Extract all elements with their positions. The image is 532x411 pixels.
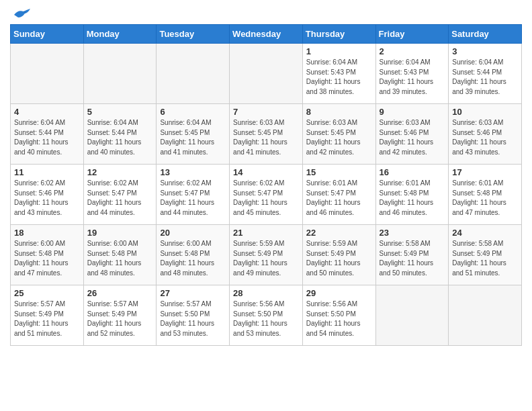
header-row: SundayMondayTuesdayWednesdayThursdayFrid…: [11, 25, 522, 44]
day-info: Sunrise: 5:57 AM Sunset: 5:50 PM Dayligh…: [160, 300, 226, 338]
day-number: 23: [380, 228, 445, 238]
day-info: Sunrise: 5:57 AM Sunset: 5:49 PM Dayligh…: [87, 300, 153, 338]
day-info: Sunrise: 5:59 AM Sunset: 5:49 PM Dayligh…: [233, 239, 299, 278]
day-number: 1: [306, 46, 372, 56]
week-row-3: 11Sunrise: 6:02 AM Sunset: 5:46 PM Dayli…: [11, 165, 522, 225]
day-cell: 1Sunrise: 6:04 AM Sunset: 5:43 PM Daylig…: [302, 44, 375, 104]
day-cell: 8Sunrise: 6:03 AM Sunset: 5:45 PM Daylig…: [302, 104, 375, 165]
day-cell: 23Sunrise: 5:58 AM Sunset: 5:49 PM Dayli…: [375, 225, 449, 285]
day-number: 6: [160, 107, 226, 117]
day-cell: [83, 44, 157, 104]
day-info: Sunrise: 5:56 AM Sunset: 5:50 PM Dayligh…: [306, 300, 372, 338]
day-info: Sunrise: 6:02 AM Sunset: 5:47 PM Dayligh…: [233, 179, 299, 218]
day-info: Sunrise: 6:02 AM Sunset: 5:47 PM Dayligh…: [160, 179, 226, 218]
day-info: Sunrise: 5:57 AM Sunset: 5:49 PM Dayligh…: [14, 300, 80, 338]
day-number: 3: [452, 46, 518, 56]
calendar-body: 1Sunrise: 6:04 AM Sunset: 5:43 PM Daylig…: [11, 44, 522, 346]
day-cell: [230, 44, 303, 104]
day-cell: 29Sunrise: 5:56 AM Sunset: 5:50 PM Dayli…: [302, 285, 375, 346]
header-cell-sunday: Sunday: [11, 25, 84, 44]
day-cell: [449, 285, 522, 346]
day-info: Sunrise: 6:01 AM Sunset: 5:48 PM Dayligh…: [452, 179, 518, 218]
header-cell-wednesday: Wednesday: [230, 25, 303, 44]
day-number: 19: [87, 228, 153, 238]
day-number: 21: [233, 228, 299, 238]
page-header: [10, 7, 522, 19]
day-number: 24: [452, 228, 518, 238]
day-info: Sunrise: 6:04 AM Sunset: 5:44 PM Dayligh…: [14, 118, 80, 157]
day-info: Sunrise: 6:04 AM Sunset: 5:44 PM Dayligh…: [87, 118, 153, 157]
day-cell: 3Sunrise: 6:04 AM Sunset: 5:44 PM Daylig…: [449, 44, 522, 104]
day-number: 16: [380, 167, 445, 177]
day-info: Sunrise: 5:58 AM Sunset: 5:49 PM Dayligh…: [380, 239, 445, 278]
calendar-table: SundayMondayTuesdayWednesdayThursdayFrid…: [10, 24, 522, 346]
day-number: 27: [160, 288, 226, 298]
day-info: Sunrise: 6:04 AM Sunset: 5:43 PM Dayligh…: [380, 58, 445, 97]
day-cell: 17Sunrise: 6:01 AM Sunset: 5:48 PM Dayli…: [449, 165, 522, 225]
day-number: 12: [87, 167, 153, 177]
day-cell: [157, 44, 230, 104]
header-cell-thursday: Thursday: [302, 25, 375, 44]
day-number: 26: [87, 288, 153, 298]
day-info: Sunrise: 6:00 AM Sunset: 5:48 PM Dayligh…: [160, 239, 226, 278]
day-cell: 5Sunrise: 6:04 AM Sunset: 5:44 PM Daylig…: [83, 104, 157, 165]
day-info: Sunrise: 6:02 AM Sunset: 5:47 PM Dayligh…: [87, 179, 153, 218]
day-info: Sunrise: 5:56 AM Sunset: 5:50 PM Dayligh…: [233, 300, 299, 338]
day-number: 2: [380, 46, 445, 56]
day-info: Sunrise: 6:03 AM Sunset: 5:45 PM Dayligh…: [233, 118, 299, 157]
day-number: 5: [87, 107, 153, 117]
day-cell: [375, 285, 449, 346]
day-cell: 27Sunrise: 5:57 AM Sunset: 5:50 PM Dayli…: [157, 285, 230, 346]
day-number: 29: [306, 288, 372, 298]
day-info: Sunrise: 6:00 AM Sunset: 5:48 PM Dayligh…: [87, 239, 153, 278]
day-number: 9: [380, 107, 445, 117]
day-cell: 22Sunrise: 5:59 AM Sunset: 5:49 PM Dayli…: [302, 225, 375, 285]
header-cell-friday: Friday: [375, 25, 449, 44]
day-cell: 25Sunrise: 5:57 AM Sunset: 5:49 PM Dayli…: [11, 285, 84, 346]
day-cell: 7Sunrise: 6:03 AM Sunset: 5:45 PM Daylig…: [230, 104, 303, 165]
day-info: Sunrise: 6:03 AM Sunset: 5:45 PM Dayligh…: [306, 118, 372, 157]
header-cell-monday: Monday: [83, 25, 157, 44]
day-number: 10: [452, 107, 518, 117]
day-cell: 11Sunrise: 6:02 AM Sunset: 5:46 PM Dayli…: [11, 165, 84, 225]
day-cell: 4Sunrise: 6:04 AM Sunset: 5:44 PM Daylig…: [11, 104, 84, 165]
day-number: 25: [14, 288, 80, 298]
day-number: 14: [233, 167, 299, 177]
day-number: 7: [233, 107, 299, 117]
header-cell-tuesday: Tuesday: [157, 25, 230, 44]
day-number: 8: [306, 107, 372, 117]
day-cell: 16Sunrise: 6:01 AM Sunset: 5:48 PM Dayli…: [375, 165, 449, 225]
day-info: Sunrise: 5:58 AM Sunset: 5:49 PM Dayligh…: [452, 239, 518, 278]
day-cell: 19Sunrise: 6:00 AM Sunset: 5:48 PM Dayli…: [83, 225, 157, 285]
day-number: 20: [160, 228, 226, 238]
logo: [10, 11, 30, 19]
day-info: Sunrise: 6:04 AM Sunset: 5:45 PM Dayligh…: [160, 118, 226, 157]
day-info: Sunrise: 5:59 AM Sunset: 5:49 PM Dayligh…: [306, 239, 372, 278]
day-cell: 15Sunrise: 6:01 AM Sunset: 5:47 PM Dayli…: [302, 165, 375, 225]
week-row-4: 18Sunrise: 6:00 AM Sunset: 5:48 PM Dayli…: [11, 225, 522, 285]
day-number: 18: [14, 228, 80, 238]
day-info: Sunrise: 6:04 AM Sunset: 5:44 PM Dayligh…: [452, 58, 518, 97]
day-cell: 26Sunrise: 5:57 AM Sunset: 5:49 PM Dayli…: [83, 285, 157, 346]
day-info: Sunrise: 6:01 AM Sunset: 5:47 PM Dayligh…: [306, 179, 372, 218]
day-number: 11: [14, 167, 80, 177]
logo-bird-icon: [13, 8, 30, 21]
day-number: 22: [306, 228, 372, 238]
day-cell: [11, 44, 84, 104]
day-number: 28: [233, 288, 299, 298]
day-number: 15: [306, 167, 372, 177]
day-cell: 18Sunrise: 6:00 AM Sunset: 5:48 PM Dayli…: [11, 225, 84, 285]
day-info: Sunrise: 6:01 AM Sunset: 5:48 PM Dayligh…: [380, 179, 445, 218]
header-cell-saturday: Saturday: [449, 25, 522, 44]
day-cell: 2Sunrise: 6:04 AM Sunset: 5:43 PM Daylig…: [375, 44, 449, 104]
day-cell: 28Sunrise: 5:56 AM Sunset: 5:50 PM Dayli…: [230, 285, 303, 346]
week-row-1: 1Sunrise: 6:04 AM Sunset: 5:43 PM Daylig…: [11, 44, 522, 104]
day-number: 4: [14, 107, 80, 117]
week-row-5: 25Sunrise: 5:57 AM Sunset: 5:49 PM Dayli…: [11, 285, 522, 346]
day-cell: 14Sunrise: 6:02 AM Sunset: 5:47 PM Dayli…: [230, 165, 303, 225]
week-row-2: 4Sunrise: 6:04 AM Sunset: 5:44 PM Daylig…: [11, 104, 522, 165]
day-number: 13: [160, 167, 226, 177]
day-cell: 20Sunrise: 6:00 AM Sunset: 5:48 PM Dayli…: [157, 225, 230, 285]
day-info: Sunrise: 6:04 AM Sunset: 5:43 PM Dayligh…: [306, 58, 372, 97]
day-cell: 12Sunrise: 6:02 AM Sunset: 5:47 PM Dayli…: [83, 165, 157, 225]
